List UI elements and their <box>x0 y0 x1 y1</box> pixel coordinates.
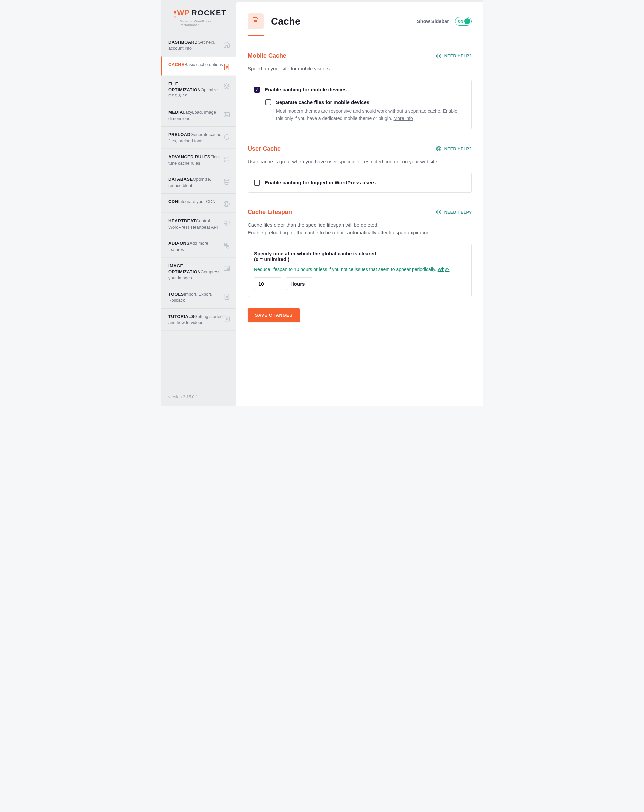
section-title-lifespan: Cache Lifespan <box>248 209 292 216</box>
lifespan-unit-select[interactable]: Hours <box>286 277 312 290</box>
life-ring-icon <box>436 53 442 59</box>
save-button[interactable]: SAVE CHANGES <box>248 308 300 322</box>
need-help-label: NEED HELP? <box>444 210 472 215</box>
video-icon <box>223 315 230 323</box>
lifespan-value-input[interactable] <box>254 277 281 290</box>
image-icon <box>223 111 230 118</box>
link-user-cache[interactable]: User cache <box>248 159 273 164</box>
nav-media[interactable]: MEDIALazyLoad, image dimensions <box>161 104 237 126</box>
nav-item-title: CACHE <box>168 62 184 67</box>
toggle-knob <box>464 18 470 24</box>
user-cache-box: Enable caching for logged-in WordPress u… <box>248 172 472 193</box>
need-help-lifespan[interactable]: NEED HELP? <box>436 209 472 215</box>
sub-separate-mobile-cache: Most modern themes are responsive and sh… <box>276 108 465 122</box>
label-user-cache: Enable caching for logged-in WordPress u… <box>265 180 376 185</box>
nav-advanced-rules[interactable]: ADVANCED RULESFine-tune cache rules <box>161 149 237 171</box>
label-enable-mobile-cache: Enable caching for mobile devices <box>265 87 346 92</box>
page-header: Cache Show Sidebar ON <box>237 2 483 36</box>
svg-point-15 <box>438 211 440 213</box>
page-icon <box>248 13 264 29</box>
version-label: version 3.15.0.1 <box>161 388 237 406</box>
life-ring-icon <box>436 209 442 215</box>
label-separate-mobile-cache: Separate cache files for mobile devices <box>276 99 465 105</box>
nav-image-optimization[interactable]: IMAGE OPTIMIZATIONCompress your images <box>161 258 237 286</box>
lifespan-label-main: Specify time after which the global cach… <box>254 251 465 262</box>
nav-item-title: TOOLS <box>168 292 184 297</box>
nav-item-title: ADD-ONS <box>168 241 189 246</box>
compress-icon <box>223 265 230 272</box>
user-cache-desc: User cache is great when you have user-s… <box>248 158 472 165</box>
cubes-icon <box>223 242 230 249</box>
nav-file-optimization[interactable]: FILE OPTIMIZATIONOptimize CSS & JS <box>161 76 237 104</box>
lifespan-hint: Reduce lifespan to 10 hours or less if y… <box>254 267 465 272</box>
svg-point-13 <box>438 148 440 150</box>
show-sidebar-label: Show Sidebar <box>417 19 449 24</box>
nav-item-desc: Basic cache options <box>184 62 223 67</box>
nav-tools[interactable]: TOOLSImport, Export, Rollback <box>161 286 237 308</box>
nav-item-title: HEARTBEAT <box>168 218 196 223</box>
lifespan-box: Specify time after which the global cach… <box>248 244 472 297</box>
section-title-mobile-cache: Mobile Cache <box>248 52 286 60</box>
house-icon <box>223 41 230 48</box>
nav-dashboard[interactable]: DASHBOARDGet help, account info <box>161 34 237 56</box>
layers-icon <box>223 82 230 90</box>
checkbox-enable-mobile-cache[interactable] <box>254 87 260 93</box>
link-lifespan-why[interactable]: Why? <box>438 267 450 272</box>
nav-cache[interactable]: CACHEBasic cache options <box>161 56 237 76</box>
nav-item-title: MEDIA <box>168 110 183 114</box>
refresh-icon <box>223 133 230 140</box>
svg-rect-2 <box>224 157 225 159</box>
page-title: Cache <box>271 16 301 27</box>
show-sidebar-toggle[interactable]: ON <box>455 17 472 26</box>
lifespan-desc: Cache files older than the specified lif… <box>248 221 472 237</box>
need-help-mobile-cache[interactable]: NEED HELP? <box>436 53 472 59</box>
svg-point-4 <box>224 179 229 181</box>
mobile-cache-desc: Speed up your site for mobile visitors. <box>248 65 472 72</box>
nav-list: DASHBOARDGet help, account infoCACHEBasi… <box>161 34 237 331</box>
main-panel: Cache Show Sidebar ON Mobile Cache NEED … <box>237 2 483 406</box>
svg-point-11 <box>438 55 440 57</box>
nav-item-desc: Integrate your CDN <box>178 199 215 204</box>
globe-icon <box>223 200 230 208</box>
nav-item-title: DATABASE <box>168 177 193 182</box>
heartbeat-icon <box>223 220 230 227</box>
nav-preload[interactable]: PRELOADGenerate cache files, preload fon… <box>161 126 237 149</box>
nav-cdn[interactable]: CDNIntegrate your CDN <box>161 193 237 213</box>
need-help-label: NEED HELP? <box>444 147 472 151</box>
checkbox-separate-mobile-cache[interactable] <box>266 99 271 105</box>
section-title-user-cache: User Cache <box>248 145 281 152</box>
nav-item-title: IMAGE OPTIMIZATION <box>168 263 201 274</box>
database-icon <box>223 178 230 185</box>
nav-item-title: DASHBOARD <box>168 40 198 45</box>
logo: WPROCKET Superior WordPress Performance <box>161 0 237 34</box>
nav-addons[interactable]: ADD-ONSAdd more features <box>161 235 237 257</box>
logo-tagline: Superior WordPress Performance <box>172 19 229 27</box>
link-mobile-more-info[interactable]: More info <box>394 116 413 121</box>
need-help-label: NEED HELP? <box>444 53 472 58</box>
gear-doc-icon <box>223 293 230 300</box>
nav-item-title: ADVANCED RULES <box>168 154 210 159</box>
logo-wp: WP <box>177 9 190 17</box>
doc-icon <box>223 63 230 71</box>
nav-item-title: TUTORIALS <box>168 314 194 319</box>
checkbox-user-cache[interactable] <box>254 180 260 186</box>
active-tab-indicator <box>248 35 264 36</box>
link-preloading[interactable]: preloading <box>265 230 288 235</box>
svg-rect-3 <box>224 160 225 162</box>
svg-point-1 <box>225 114 226 114</box>
mobile-cache-box: Enable caching for mobile devices Separa… <box>248 80 472 129</box>
nav-database[interactable]: DATABASEOptimize, reduce bloat <box>161 171 237 193</box>
nav-tutorials[interactable]: TUTORIALSGetting started and how to vide… <box>161 308 237 331</box>
toggle-on-label: ON <box>458 20 463 23</box>
nav-heartbeat[interactable]: HEARTBEATControl WordPress Heartbeat API <box>161 213 237 235</box>
logo-rocket: ROCKET <box>192 9 227 17</box>
life-ring-icon <box>436 146 442 152</box>
list-icon <box>223 156 230 163</box>
sidebar: WPROCKET Superior WordPress Performance … <box>161 0 237 406</box>
need-help-user-cache[interactable]: NEED HELP? <box>436 146 472 152</box>
nav-item-title: CDN <box>168 199 178 204</box>
nav-item-title: PRELOAD <box>168 132 190 137</box>
nav-item-title: FILE OPTIMIZATION <box>168 81 201 92</box>
